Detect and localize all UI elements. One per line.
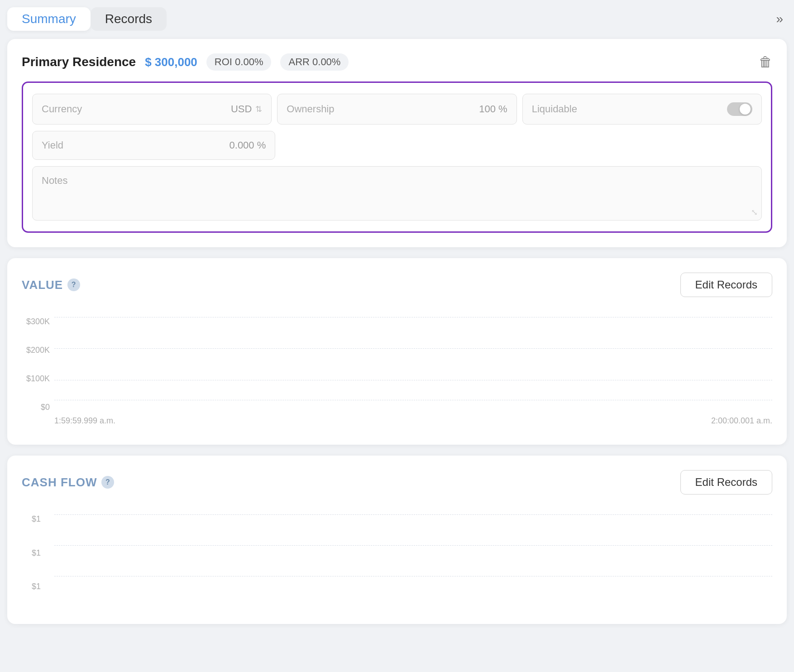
value-chart-wrapper: $300K $200K $100K $0 1:59:59.999 a.m. 2:… [22,317,772,426]
asset-value: $ 300,000 [145,55,197,69]
currency-field[interactable]: Currency USD ⇅ [32,94,272,125]
roi-value: 0.00% [235,56,263,67]
cashflow-y-labels: $1 $1 $1 [22,514,44,591]
form-row-1: Currency USD ⇅ Ownership 100 % Liquidabl… [32,94,762,125]
y-label-300k: $300K [22,317,53,326]
grid-line-0 [54,400,772,400]
cashflow-grid-line-2 [54,545,772,546]
arr-badge: ARR 0.00% [280,53,349,71]
currency-value: USD ⇅ [231,103,262,115]
value-help-icon[interactable]: ? [67,278,80,291]
cashflow-title-text: CASH FLOW [22,475,97,490]
yield-field[interactable]: Yield 0.000 % [32,131,275,160]
ownership-label: Ownership [287,103,334,115]
value-section-header: VALUE ? Edit Records [22,273,772,297]
tabs-bar: Summary Records » [7,7,787,31]
asset-actions: 🗑 [759,54,772,70]
grid-line-300k [54,317,772,317]
tab-records[interactable]: Records [91,7,167,31]
expand-chevron-icon[interactable]: » [776,12,787,26]
cashflow-y-label-1b: $1 [22,548,44,558]
asset-title: Primary Residence [22,55,136,69]
ownership-value: 100 % [479,103,507,115]
cashflow-chart-area: $1 $1 $1 [22,505,772,610]
y-label-100k: $100K [22,374,53,384]
value-edit-records-button[interactable]: Edit Records [680,273,772,297]
y-label-0: $0 [22,403,53,412]
grid-line-100k [54,380,772,380]
currency-label: Currency [42,103,82,115]
asset-header: Primary Residence $ 300,000 ROI 0.00% AR… [22,53,772,71]
asset-card: Primary Residence $ 300,000 ROI 0.00% AR… [7,39,787,247]
value-x-label-right: 2:00:00.001 a.m. [711,416,772,426]
cashflow-chart-wrapper: $1 $1 $1 [22,514,772,605]
liquidable-label: Liquidable [532,103,577,115]
value-x-label-left: 1:59:59.999 a.m. [54,416,115,426]
cashflow-section-title: CASH FLOW ? [22,475,114,490]
notes-label: Notes [42,175,67,186]
value-chart-area: $300K $200K $100K $0 1:59:59.999 a.m. 2:… [22,308,772,430]
cashflow-grid-line-3 [54,576,772,576]
cashflow-y-label-1c: $1 [22,582,44,591]
form-row-2: Yield 0.000 % [32,131,762,160]
notes-field[interactable]: Notes ⤡ [32,166,762,221]
grid-line-200k [54,348,772,349]
cashflow-chart-grid [54,514,772,591]
delete-asset-icon[interactable]: 🗑 [759,54,772,69]
cashflow-card: CASH FLOW ? Edit Records $1 $1 $1 [7,456,787,624]
cashflow-grid-line-1 [54,514,772,515]
arr-label: ARR [288,56,309,67]
tab-summary[interactable]: Summary [7,7,91,31]
cashflow-edit-records-button[interactable]: Edit Records [680,470,772,494]
y-label-200k: $200K [22,346,53,355]
liquidable-field[interactable]: Liquidable [522,94,762,125]
roi-badge: ROI 0.00% [206,53,272,71]
cashflow-help-icon[interactable]: ? [101,476,114,489]
yield-value: 0.000 % [230,139,266,151]
yield-label: Yield [42,139,63,151]
asset-form: Currency USD ⇅ Ownership 100 % Liquidabl… [22,82,772,233]
value-chart-grid [54,317,772,412]
currency-arrows-icon: ⇅ [255,105,262,113]
resize-handle-icon[interactable]: ⤡ [751,207,758,217]
roi-label: ROI [215,56,232,67]
liquidable-toggle[interactable] [727,102,752,116]
tabs-left: Summary Records [7,7,167,31]
cashflow-section-header: CASH FLOW ? Edit Records [22,470,772,494]
value-y-labels: $300K $200K $100K $0 [22,317,53,412]
value-card: VALUE ? Edit Records $300K $200K $100K $… [7,258,787,445]
arr-value: 0.00% [312,56,340,67]
value-title-text: VALUE [22,278,63,292]
value-section-title: VALUE ? [22,278,80,292]
ownership-field[interactable]: Ownership 100 % [277,94,517,125]
cashflow-y-label-1a: $1 [22,514,44,524]
